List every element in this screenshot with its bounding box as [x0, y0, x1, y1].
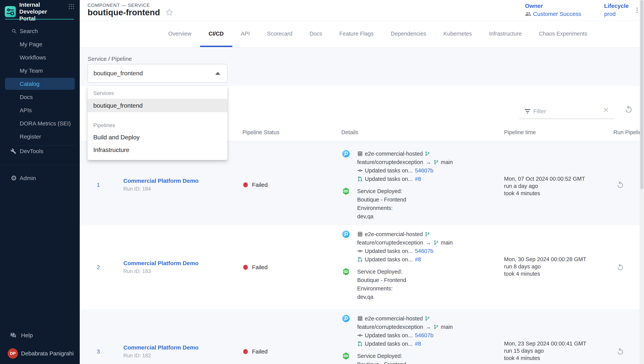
filter-input[interactable]: [533, 107, 596, 116]
owner-label: Owner: [525, 3, 581, 9]
target-branch: main: [441, 159, 453, 165]
caret-up-icon: [215, 72, 220, 75]
rerun-pipeline-button[interactable]: [616, 309, 626, 364]
sidebar-item-register[interactable]: Register: [5, 130, 75, 143]
favorite-star-icon[interactable]: [165, 8, 174, 17]
sidebar-nav: SearchMy PageWorkflowsMy TeamCatalogDocs…: [0, 24, 80, 143]
tab-docs[interactable]: Docs: [301, 20, 331, 47]
owner-link[interactable]: Customer Success: [525, 11, 581, 17]
repo-icon: [357, 316, 363, 321]
status-failed-dot: [243, 349, 248, 354]
tab-kubernetes[interactable]: Kubernetes: [435, 20, 480, 47]
run-index[interactable]: 3: [90, 309, 107, 364]
time-absolute: Mon, 23 Sep 2024 00:00:41 GMT: [504, 340, 586, 347]
filter-icon: [524, 108, 531, 114]
sidebar-item-admin[interactable]: ⚙ Admin: [5, 172, 75, 185]
filter-underline: [519, 119, 614, 119]
commit-sha-link[interactable]: 54607b: [415, 168, 434, 174]
time-relative: run 8 days ago: [504, 263, 586, 270]
commit-sha-link[interactable]: 54607b: [415, 248, 434, 254]
scrollbar[interactable]: [640, 0, 644, 364]
pipeline-name-link[interactable]: Commercial Platform Demo: [123, 344, 230, 351]
tab-dependencies[interactable]: Dependencies: [382, 20, 435, 47]
tab-ci-cd[interactable]: CI/CD: [200, 20, 232, 47]
commit-sha-link[interactable]: 54607b: [415, 332, 434, 338]
menu-item-pipeline[interactable]: Infrastructure: [88, 144, 227, 156]
tab-api[interactable]: API: [232, 20, 258, 47]
time-relative: run a day ago: [504, 182, 585, 190]
refresh-button[interactable]: [624, 105, 633, 114]
deploy-line: Service Deployed:: [357, 268, 406, 276]
time-duration: took 4 minutes: [504, 354, 586, 362]
pr-number-link[interactable]: #8: [415, 341, 421, 347]
time-absolute: Mon, 07 Oct 2024 00:00:52 GMT: [504, 175, 585, 182]
pr-number-link[interactable]: #8: [415, 256, 421, 263]
tab-feature-flags[interactable]: Feature Flags: [331, 20, 382, 47]
ci-stage-icon: [342, 150, 350, 158]
pr-number-link[interactable]: #8: [415, 176, 421, 182]
commit-message: Updated tasks on...: [365, 332, 413, 338]
ci-stage-icon: [342, 314, 350, 322]
avatar[interactable]: DP: [8, 348, 18, 359]
sidebar-item-label: My Team: [20, 68, 43, 74]
repo-icon: [357, 231, 363, 237]
deploy-line: Service Deployed:: [357, 187, 406, 196]
sidebar-item-workflows[interactable]: Workflows: [5, 51, 75, 64]
sidebar-item-dora-metrics-sei-[interactable]: DORA Metrics (SEI): [5, 117, 75, 130]
pipeline-name-link[interactable]: Commercial Platform Demo: [123, 178, 230, 184]
app-root: Internal Developer Portal SearchMy PageW…: [0, 0, 644, 364]
brand-divider: [5, 19, 74, 20]
sidebar-item-label: DevTools: [20, 148, 43, 154]
sidebar-item-catalog[interactable]: Catalog: [5, 78, 75, 90]
help-button[interactable]: ? Help: [0, 330, 80, 341]
page-title: boutique-frontend: [88, 8, 160, 17]
people-icon: [525, 11, 531, 17]
run-index[interactable]: 2: [90, 225, 107, 309]
arrow-right-icon: →: [426, 239, 431, 246]
sidebar-item-apis[interactable]: APIs: [5, 104, 75, 117]
pipeline-name-link[interactable]: Commercial Platform Demo: [123, 260, 230, 266]
rerun-pipeline-button[interactable]: [616, 225, 626, 309]
sidebar-item-search[interactable]: Search: [5, 24, 75, 38]
user-name: Debabrata Panigrahi: [21, 350, 74, 357]
column-header-details: Details: [341, 129, 358, 136]
gear-icon: ⚙: [11, 175, 17, 182]
tab-infrastructure[interactable]: Infrastructure: [480, 20, 530, 47]
sidebar-item-label: APIs: [20, 107, 32, 114]
tab-overview[interactable]: Overview: [160, 20, 200, 47]
user-menu[interactable]: DP Debabrata Panigrahi: [0, 348, 80, 360]
commit-icon: [357, 168, 363, 174]
deploy-line: Environments:: [357, 284, 406, 293]
run-id: Run ID: 183: [123, 268, 230, 274]
arrow-right-icon: →: [426, 324, 431, 330]
details-cell: e2e-commercial-hosted feature/corruptede…: [342, 230, 491, 301]
sidebar-divider: [0, 165, 80, 165]
tab-chaos-experiments[interactable]: Chaos Experiments: [530, 20, 596, 47]
breadcrumb: COMPONENT — SERVICE: [88, 3, 150, 8]
sidebar-item-my-page[interactable]: My Page: [5, 38, 75, 51]
menu-header-pipelines: Pipelines: [88, 120, 227, 131]
scrollbar-thumb[interactable]: [640, 0, 644, 189]
pipeline-status-cell: Failed: [243, 309, 268, 364]
rerun-pipeline-button[interactable]: [616, 144, 626, 225]
deploy-line: Boutique - Frontend: [357, 360, 406, 364]
clear-filter-icon[interactable]: [603, 107, 609, 113]
brand: Internal Developer Portal: [5, 4, 75, 19]
sidebar-admin: ⚙ Admin: [0, 172, 80, 185]
tab-scorecard[interactable]: Scorecard: [258, 20, 301, 47]
menu-item-pipeline[interactable]: Build and Deploy: [88, 131, 227, 144]
sidebar-item-devtools[interactable]: DevTools: [5, 144, 75, 158]
entity-tabs: OverviewCI/CDAPIScorecardDocsFeature Fla…: [80, 20, 644, 47]
time-absolute: Mon, 30 Sep 2024 00:00:28 GMT: [504, 256, 586, 263]
menu-item-service[interactable]: boutique_frontend: [88, 99, 227, 112]
sidebar-item-my-team[interactable]: My Team: [5, 64, 75, 77]
service-pipeline-select[interactable]: boutique_frontend: [88, 64, 227, 82]
pr-message: Updated tasks on...: [365, 341, 413, 347]
pipeline-run-row: 3 Commercial Platform Demo Run ID: 182 F…: [80, 309, 640, 364]
cicd-content: Service / Pipeline boutique_frontend Pip…: [80, 47, 644, 364]
pipeline-status-cell: Failed: [243, 144, 268, 225]
sidebar-item-label: Admin: [20, 175, 36, 182]
sidebar-item-label: My Page: [20, 41, 42, 48]
app-switcher-grid-icon[interactable]: [68, 4, 74, 10]
sidebar-item-docs[interactable]: Docs: [5, 90, 75, 104]
